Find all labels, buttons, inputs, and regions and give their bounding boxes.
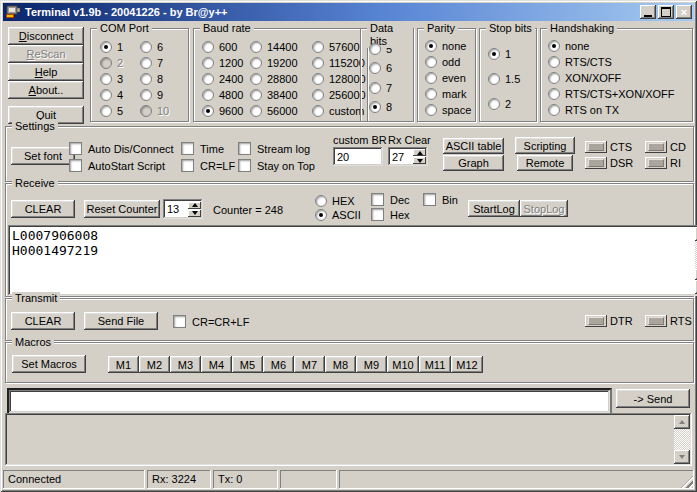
hex-view-checkbox[interactable]: Hex xyxy=(371,208,410,221)
receive-clear-button[interactable]: CLEAR xyxy=(11,200,75,218)
com9-radio[interactable]: 9 xyxy=(140,87,186,102)
send-file-button[interactable]: Send File xyxy=(84,312,158,330)
cr-crlf-checkbox[interactable]: CR=CR+LF xyxy=(173,315,249,328)
parity-space-radio[interactable]: space xyxy=(425,103,473,118)
dtr-indicator[interactable] xyxy=(585,315,607,327)
com1-radio[interactable]: 1 xyxy=(100,39,140,54)
com4-radio[interactable]: 4 xyxy=(100,87,140,102)
databits-7-radio[interactable]: 7 xyxy=(369,80,411,95)
ascii-mode-radio[interactable]: ASCII xyxy=(315,207,361,222)
radio-dot xyxy=(315,209,327,221)
reset-counter-button[interactable]: Reset Counter xyxy=(84,200,160,218)
baud-custom-radio[interactable]: custom xyxy=(312,103,366,118)
remote-button[interactable]: Remote xyxy=(517,155,573,171)
macro-m10-button[interactable]: M10 xyxy=(387,356,419,373)
set-font-button[interactable]: Set font xyxy=(11,147,75,165)
baud-28800-radio[interactable]: 28800 xyxy=(250,71,312,86)
spin-up-button[interactable] xyxy=(188,202,201,209)
hs-rtscts-radio[interactable]: RTS/CTS xyxy=(548,55,690,70)
databits-8-radio[interactable]: 8 xyxy=(369,100,411,115)
custom-br-field[interactable]: 20 xyxy=(333,147,383,166)
baud-1200-radio[interactable]: 1200 xyxy=(202,55,250,70)
com6-radio[interactable]: 6 xyxy=(140,39,186,54)
startlog-button[interactable]: StartLog xyxy=(468,200,520,217)
dec-checkbox[interactable]: Dec xyxy=(371,193,410,206)
macro-m4-button[interactable]: M4 xyxy=(201,356,232,373)
time-checkbox[interactable]: Time xyxy=(181,142,224,155)
parity-none-radio[interactable]: none xyxy=(425,39,473,54)
baud-2400-radio[interactable]: 2400 xyxy=(202,71,250,86)
hs-none-radio[interactable]: none xyxy=(548,39,690,54)
spin-down-button[interactable] xyxy=(188,210,201,217)
auto-connect-checkbox[interactable]: Auto Dis/Connect xyxy=(69,142,174,155)
baud-256000-radio[interactable]: 256000 xyxy=(312,87,366,102)
title-bar[interactable]: Terminal v1.9b - 20041226 - by Br@y++ × xyxy=(3,3,694,21)
stay-on-top-checkbox[interactable]: Stay on Top xyxy=(238,159,315,172)
baud-4800-radio[interactable]: 4800 xyxy=(202,87,250,102)
ascii-table-button[interactable]: ASCII table xyxy=(443,138,504,154)
com3-radio[interactable]: 3 xyxy=(100,71,140,86)
set-macros-button[interactable]: Set Macros xyxy=(12,355,86,373)
rts-indicator[interactable] xyxy=(645,315,667,327)
baud-115200-radio[interactable]: 115200 xyxy=(312,55,366,70)
graph-button[interactable]: Graph xyxy=(443,155,504,171)
baud-600-radio[interactable]: 600 xyxy=(202,39,250,54)
about-button[interactable]: About.. xyxy=(8,81,84,99)
bin-checkbox[interactable]: Bin xyxy=(423,193,458,206)
baud-19200-radio[interactable]: 19200 xyxy=(250,55,312,70)
spin-up-button[interactable] xyxy=(413,149,426,156)
com5-radio[interactable]: 5 xyxy=(100,103,140,118)
stopbits-2-radio[interactable]: 2 xyxy=(488,97,534,112)
baud-14400-radio[interactable]: 14400 xyxy=(250,39,312,54)
com8-radio[interactable]: 8 xyxy=(140,71,186,86)
macro-m8-button[interactable]: M8 xyxy=(325,356,356,373)
baud-56000-radio[interactable]: 56000 xyxy=(250,103,312,118)
radio-label: 2 xyxy=(117,57,123,69)
scripting-button[interactable]: Scripting xyxy=(515,137,575,154)
baud-57600-radio[interactable]: 57600 xyxy=(312,39,366,54)
baud-128000-radio[interactable]: 128000 xyxy=(312,71,366,86)
macro-m6-button[interactable]: M6 xyxy=(263,356,294,373)
macro-m7-button[interactable]: M7 xyxy=(294,356,325,373)
stopbits-1-radio[interactable]: 1 xyxy=(488,46,534,61)
macro-m9-button[interactable]: M9 xyxy=(356,356,387,373)
stopbits-1p5-radio[interactable]: 1.5 xyxy=(488,71,534,86)
macro-m3-button[interactable]: M3 xyxy=(170,356,201,373)
macro-m2-button[interactable]: M2 xyxy=(139,356,170,373)
spin-down-button[interactable] xyxy=(413,157,426,164)
stream-log-checkbox[interactable]: Stream log xyxy=(238,142,310,155)
baud-9600-radio[interactable]: 9600 xyxy=(202,103,250,118)
radio-dot xyxy=(315,195,327,207)
hs-xonxoff-radio[interactable]: XON/XOFF xyxy=(548,71,690,86)
rx-count-spinner[interactable]: 13 xyxy=(163,199,203,219)
help-button[interactable]: Help xyxy=(8,63,84,81)
transmit-monitor[interactable] xyxy=(5,413,692,466)
rx-clear-spinner[interactable]: 27 xyxy=(388,147,428,166)
send-input[interactable] xyxy=(7,388,612,415)
macro-m11-button[interactable]: M11 xyxy=(419,356,451,373)
radio-dot xyxy=(548,72,560,84)
disconnect-button[interactable]: Disconnect xyxy=(8,27,84,45)
macro-m5-button[interactable]: M5 xyxy=(232,356,263,373)
maximize-button[interactable] xyxy=(658,5,674,19)
transmit-clear-button[interactable]: CLEAR xyxy=(11,312,75,330)
macro-m12-button[interactable]: M12 xyxy=(451,356,483,373)
macro-m1-button[interactable]: M1 xyxy=(108,356,139,373)
button-label: M8 xyxy=(333,359,348,371)
hs-rtscts-xonxoff-radio[interactable]: RTS/CTS+XON/XOFF xyxy=(548,87,690,102)
hex-mode-radio[interactable]: HEX xyxy=(315,193,355,208)
autostart-script-checkbox[interactable]: AutoStart Script xyxy=(69,159,165,172)
cr-lf-checkbox[interactable]: CR=LF xyxy=(181,159,235,172)
com7-radio[interactable]: 7 xyxy=(140,55,186,70)
baud-38400-radio[interactable]: 38400 xyxy=(250,87,312,102)
parity-odd-radio[interactable]: odd xyxy=(425,55,473,70)
parity-even-radio[interactable]: even xyxy=(425,71,473,86)
parity-mark-radio[interactable]: mark xyxy=(425,87,473,102)
resize-grip[interactable] xyxy=(681,476,693,488)
minimize-button[interactable] xyxy=(640,5,656,19)
close-button[interactable]: × xyxy=(676,5,692,19)
send-button[interactable]: -> Send xyxy=(616,389,690,408)
databits-6-radio[interactable]: 6 xyxy=(369,61,411,76)
receive-terminal[interactable]: L0007906008 H0001497219 xyxy=(8,225,697,296)
hs-rts-on-tx-radio[interactable]: RTS on TX xyxy=(548,103,690,118)
